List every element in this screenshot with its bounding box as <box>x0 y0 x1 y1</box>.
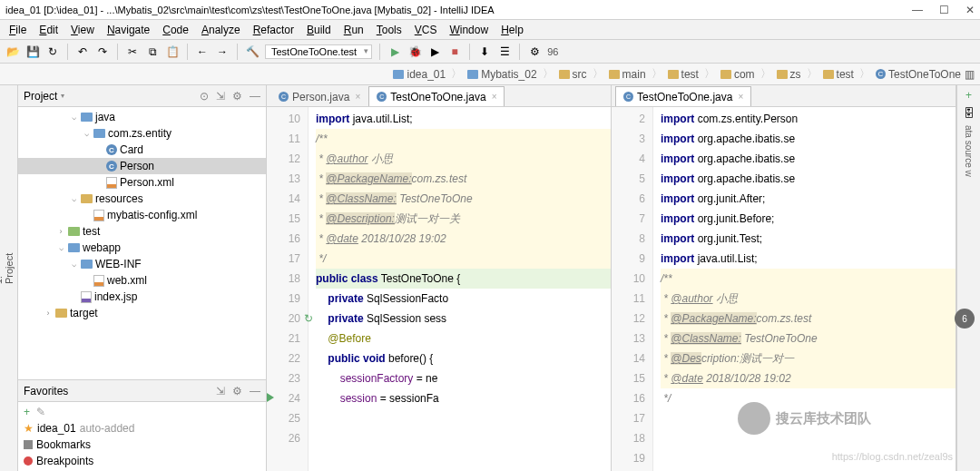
db-icon[interactable]: 🗄 <box>964 107 975 120</box>
breadcrumb: idea_01〉Mybatis_02〉src〉main〉test〉com〉zs〉… <box>0 64 980 85</box>
editor-tabs-left: CPerson.java×CTestOneToOne.java× <box>267 85 611 107</box>
tree-node[interactable]: web.xml <box>18 272 266 289</box>
open-icon[interactable]: 📂 <box>5 44 20 59</box>
window-title: idea_01 [D:\idea_01] - ...\Mybatis_02\sr… <box>5 5 495 15</box>
coverage-icon[interactable]: ▶ <box>427 44 442 59</box>
minimize-icon[interactable]: — <box>912 4 923 16</box>
back-icon[interactable]: ← <box>195 44 210 59</box>
menu-tools[interactable]: Tools <box>371 22 407 38</box>
close-icon[interactable]: ✕ <box>965 4 975 16</box>
tree-node[interactable]: ⌵resources <box>18 191 266 207</box>
editor-tab[interactable]: CPerson.java× <box>270 86 368 106</box>
fav-project[interactable]: ★idea_01 auto-added <box>24 420 260 437</box>
editor-left: CPerson.java×CTestOneToOne.java× 1011121… <box>267 85 612 471</box>
wechat-overlay: 搜云库技术团队 <box>738 402 871 435</box>
run-config-dropdown[interactable]: TestOneToOne.test <box>265 44 372 59</box>
tree-node[interactable]: Person.xml <box>18 174 266 191</box>
window-buttons: — ☐ ✕ <box>912 4 975 16</box>
copy-icon[interactable]: ⧉ <box>145 44 160 59</box>
left-tool-strip: 1: Project 2: Structure Web avorites <box>0 85 18 471</box>
breadcrumb-item[interactable]: com <box>719 68 757 81</box>
breadcrumb-item[interactable]: idea_01 <box>391 68 447 81</box>
menu-help[interactable]: Help <box>495 22 529 38</box>
tree-node[interactable]: ⌵com.zs.entity <box>18 125 266 142</box>
structure-icon[interactable]: ☰ <box>497 44 512 59</box>
tree-node[interactable]: CPerson <box>18 158 266 174</box>
paste-icon[interactable]: 📋 <box>165 44 180 59</box>
debug-icon[interactable]: 🐞 <box>407 44 422 59</box>
menu-vcs[interactable]: VCS <box>409 22 443 38</box>
collapse-icon[interactable]: ⇲ <box>216 90 225 103</box>
tree-node[interactable]: mybatis-config.xml <box>18 207 266 223</box>
breadcrumb-item[interactable]: zs <box>775 68 803 81</box>
run-icon[interactable]: ▶ <box>387 44 402 59</box>
favorites-panel: Favorites ⇲ ⚙ — + ✎ ★idea_01 auto-added … <box>18 379 266 471</box>
breadcrumb-item[interactable]: test <box>821 68 856 81</box>
linecol: 96 <box>547 46 558 57</box>
editor-tab[interactable]: CTestOneToOne.java× <box>368 86 505 106</box>
fav-bookmarks[interactable]: Bookmarks <box>24 437 260 453</box>
breadcrumb-item[interactable]: Mybatis_02 <box>466 68 538 81</box>
tool-project[interactable]: 1: Project <box>0 270 17 290</box>
add-icon[interactable]: + <box>965 89 972 102</box>
project-panel: Project ▾ ⊙ ⇲ ⚙ — ⌵java⌵com.zs.entityCCa… <box>18 85 267 471</box>
undo-icon[interactable]: ↶ <box>75 44 90 59</box>
breadcrumb-item[interactable]: src <box>557 68 589 81</box>
collapse-icon[interactable]: ⇲ <box>216 385 225 397</box>
favorites-title: Favorites <box>24 385 68 397</box>
tree-node[interactable]: ⌵WEB-INF <box>18 256 266 272</box>
menu-view[interactable]: View <box>65 22 100 38</box>
cut-icon[interactable]: ✂ <box>125 44 140 59</box>
project-panel-header: Project ▾ ⊙ ⇲ ⚙ — <box>18 85 266 107</box>
gear-icon[interactable]: ⚙ <box>232 90 242 103</box>
menu-refactor[interactable]: Refactor <box>248 22 299 38</box>
editor-tab[interactable]: CTestOneToOne.java× <box>615 86 751 106</box>
build-icon[interactable]: 🔨 <box>245 44 260 59</box>
tree-node[interactable]: CCard <box>18 142 266 158</box>
tree-node[interactable]: index.jsp <box>18 289 266 305</box>
hide-icon[interactable]: — <box>250 385 260 397</box>
menu-window[interactable]: Window <box>444 22 494 38</box>
forward-icon[interactable]: → <box>215 44 230 59</box>
watermark: https://blog.csdn.net/zeal9s <box>832 451 953 462</box>
split-icon[interactable]: ▥ <box>965 68 975 81</box>
menu-code[interactable]: Code <box>157 22 194 38</box>
vcs-icon[interactable]: ⬇ <box>477 44 492 59</box>
refresh-icon[interactable]: ↻ <box>45 44 60 59</box>
menu-run[interactable]: Run <box>338 22 369 38</box>
datasource-hint: ata source w <box>964 125 974 177</box>
tree-node[interactable]: ⌵webapp <box>18 240 266 256</box>
redo-icon[interactable]: ↷ <box>95 44 110 59</box>
add-icon[interactable]: + <box>24 406 30 418</box>
maximize-icon[interactable]: ☐ <box>939 4 949 16</box>
editor-tabs-right: CTestOneToOne.java× <box>612 85 956 107</box>
menubar: FileEditViewNavigateCodeAnalyzeRefactorB… <box>0 20 980 40</box>
gutter-right: 2345678910111213141516171819 <box>612 107 653 471</box>
gutter-left: 1011121314151617181920212223242526 <box>267 107 309 471</box>
project-title: Project <box>24 90 57 103</box>
project-tree[interactable]: ⌵java⌵com.zs.entityCCardCPersonPerson.xm… <box>18 107 266 379</box>
sdk-icon[interactable]: ⚙ <box>527 44 542 59</box>
titlebar: idea_01 [D:\idea_01] - ...\Mybatis_02\sr… <box>0 0 980 20</box>
tree-node[interactable]: ›test <box>18 223 266 240</box>
source-left[interactable]: import java.util.List;/** * @author 小思 *… <box>309 107 611 471</box>
menu-navigate[interactable]: Navigate <box>102 22 155 38</box>
stop-icon[interactable]: ■ <box>447 44 462 59</box>
tree-node[interactable]: ⌵java <box>18 109 266 125</box>
breadcrumb-item[interactable]: main <box>607 68 648 81</box>
menu-analyze[interactable]: Analyze <box>196 22 246 38</box>
locate-icon[interactable]: ⊙ <box>200 90 209 103</box>
right-tool-strip: + 🗄 ata source w <box>956 85 980 471</box>
menu-edit[interactable]: Edit <box>34 22 64 38</box>
tree-node[interactable]: ›target <box>18 305 266 321</box>
breadcrumb-item[interactable]: CTestOneToOne <box>874 68 963 81</box>
menu-file[interactable]: File <box>4 22 32 38</box>
save-icon[interactable]: 💾 <box>25 44 40 59</box>
fav-breakpoints[interactable]: Breakpoints <box>24 453 260 469</box>
notification-badge[interactable]: 6 <box>955 309 975 329</box>
menu-build[interactable]: Build <box>301 22 337 38</box>
gear-icon[interactable]: ⚙ <box>232 385 242 397</box>
toolbar: 📂 💾 ↻ ↶ ↷ ✂ ⧉ 📋 ← → 🔨 TestOneToOne.test … <box>0 40 980 64</box>
hide-icon[interactable]: — <box>250 90 260 103</box>
breadcrumb-item[interactable]: test <box>666 68 701 81</box>
